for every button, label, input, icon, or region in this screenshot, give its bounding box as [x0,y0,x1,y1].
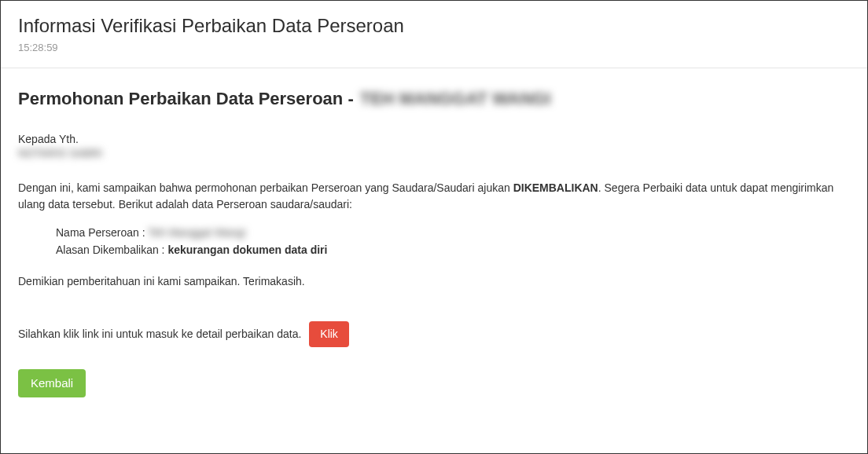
back-button[interactable]: Kembali [18,369,86,397]
company-name-masked: TEH MANGGAT WANGI [360,89,551,109]
recipient-masked: NOTARIS SABRI [18,147,102,159]
meta-company-row: Nama Perseroan : Teh Manggat Wangi [56,224,850,241]
timestamp: 15:28:59 [18,42,850,53]
closing-text: Demikian pemberitahuan ini kami sampaika… [18,273,850,290]
action-line: Silahkan klik link ini untuk masuk ke de… [18,321,850,347]
request-heading-prefix: Permohonan Perbaikan Data Perseroan - [18,89,354,109]
page-title: Informasi Verifikasi Perbaikan Data Pers… [18,15,850,37]
divider [1,68,867,68]
request-heading: Permohonan Perbaikan Data Perseroan - TE… [18,89,850,109]
page-frame: Informasi Verifikasi Perbaikan Data Pers… [0,0,868,454]
meta-block: Nama Perseroan : Teh Manggat Wangi Alasa… [56,224,850,259]
panel: Informasi Verifikasi Perbaikan Data Pers… [1,1,867,416]
meta-reason-row: Alasan Dikembalikan : kekurangan dokumen… [56,241,850,258]
klik-button[interactable]: Klik [309,321,349,347]
status-word: DIKEMBALIKAN [513,181,598,194]
body-para1-prefix: Dengan ini, kami sampaikan bahwa permoho… [18,181,513,194]
meta-company-label: Nama Perseroan : [56,226,148,239]
meta-reason-value: kekurangan dokumen data diri [167,243,327,256]
meta-reason-label: Alasan Dikembalikan : [56,243,167,256]
action-link-text: Silahkan klik link ini untuk masuk ke de… [18,328,301,340]
body-paragraph-1: Dengan ini, kami sampaikan bahwa permoho… [18,180,850,213]
salutation: Kepada Yth. [18,133,850,145]
meta-company-value-masked: Teh Manggat Wangi [148,226,245,239]
recipient-name: NOTARIS SABRI [18,147,850,159]
